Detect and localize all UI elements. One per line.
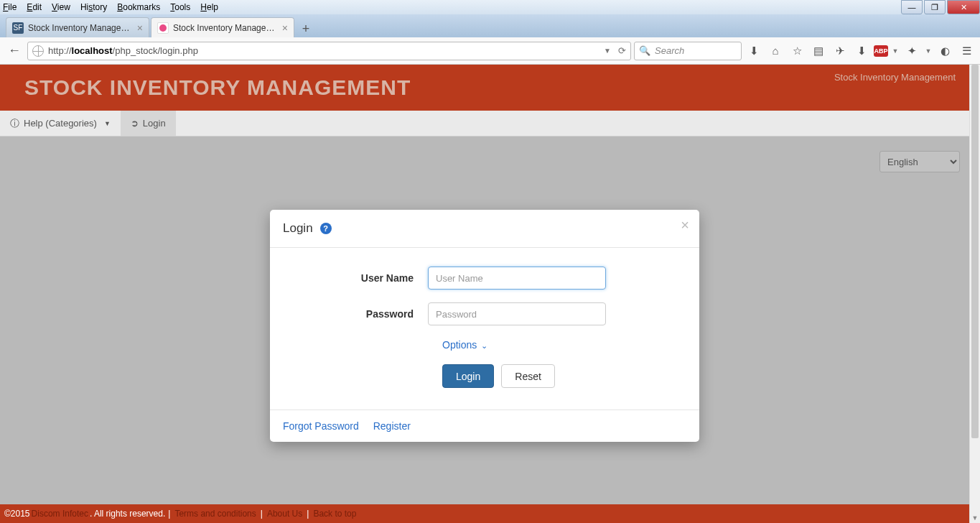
browser-tabstrip: SF Stock Inventory Managem... × Stock In… <box>0 14 980 37</box>
url-text: http://localhost/php_stock/login.php <box>48 45 601 56</box>
browser-tab[interactable]: SF Stock Inventory Managem... × <box>6 17 149 37</box>
window-controls: — ❐ ✕ <box>900 0 980 14</box>
footer-backtotop-link[interactable]: Back to top <box>313 509 356 519</box>
modal-header: Login ? × <box>270 210 699 248</box>
menu-help[interactable]: Help <box>200 2 218 12</box>
scroll-down-icon[interactable]: ▼ <box>970 512 980 523</box>
forgot-password-link[interactable]: Forgot Password <box>283 420 359 432</box>
footer-terms-link[interactable]: Terms and conditions <box>174 509 256 519</box>
modal-title: Login <box>283 221 313 236</box>
reset-button[interactable]: Reset <box>501 364 555 388</box>
nav-label: Help (Categories) <box>24 118 97 129</box>
scroll-thumb[interactable] <box>971 65 979 438</box>
globe-icon <box>32 45 44 57</box>
minimize-button[interactable]: — <box>901 0 923 14</box>
help-icon[interactable]: ? <box>320 223 332 234</box>
page-footer: ©2015 Discom Infotec . All rights reserv… <box>0 504 980 523</box>
menu-history[interactable]: History <box>80 2 107 12</box>
browser-toolbar: ← http://localhost/php_stock/login.php ▼… <box>0 37 980 65</box>
maximize-button[interactable]: ❐ <box>924 0 946 14</box>
search-placeholder: Search <box>655 45 684 56</box>
site-nav: ⓘ Help (Categories) ▼ ➲ Login <box>0 111 980 136</box>
url-bar[interactable]: http://localhost/php_stock/login.php ▼ ⟳ <box>27 42 631 60</box>
options-toggle[interactable]: Options ⌄ <box>442 339 487 351</box>
favicon-icon: SF <box>12 22 24 34</box>
close-window-button[interactable]: ✕ <box>947 0 980 14</box>
menu-file[interactable]: File <box>3 2 17 12</box>
downloads-icon[interactable]: ⬇ <box>745 42 763 60</box>
bookmark-star-icon[interactable]: ☆ <box>788 42 806 60</box>
login-modal: Login ? × User Name Password Options ⌄ <box>270 210 699 442</box>
favicon-icon <box>157 22 169 34</box>
button-row: Login Reset <box>442 364 671 388</box>
search-bar[interactable]: 🔍 Search <box>634 42 742 60</box>
menu-tools[interactable]: Tools <box>170 2 190 12</box>
login-button[interactable]: Login <box>442 364 494 388</box>
abp-icon[interactable]: ABP <box>874 45 888 57</box>
password-input[interactable] <box>428 302 606 325</box>
scrollbar[interactable]: ▲ ▼ <box>969 65 980 523</box>
username-input[interactable] <box>428 267 606 290</box>
menu-bookmarks[interactable]: Bookmarks <box>117 2 160 12</box>
tab-label: Stock Inventory Managem... <box>173 23 278 33</box>
login-arrow-icon: ➲ <box>131 118 139 129</box>
download-box-icon[interactable]: ⬇ <box>852 42 871 60</box>
content-area: English Login ? × User Name Password <box>0 136 980 523</box>
url-dropdown-icon[interactable]: ▼ <box>604 47 611 55</box>
footer-copyright: ©2015 <box>4 509 30 519</box>
reading-list-icon[interactable]: ▤ <box>809 42 828 60</box>
options-row: Options ⌄ <box>442 338 671 351</box>
footer-company-link[interactable]: Discom Infotec <box>32 509 88 519</box>
search-icon: 🔍 <box>639 45 650 56</box>
browser-menubar: File Edit View History Bookmarks Tools H… <box>0 0 980 14</box>
hamburger-menu-icon[interactable]: ☰ <box>957 42 976 60</box>
chevron-down-icon: ⌄ <box>481 341 487 350</box>
modal-footer: Forgot Password Register <box>270 409 699 442</box>
reload-icon[interactable]: ⟳ <box>618 45 626 56</box>
nav-login[interactable]: ➲ Login <box>121 111 176 136</box>
password-row: Password <box>299 302 671 325</box>
tab-close-icon[interactable]: × <box>282 22 288 34</box>
password-label: Password <box>299 308 428 320</box>
footer-about-link[interactable]: About Us <box>267 509 302 519</box>
browser-tab-active[interactable]: Stock Inventory Managem... × <box>151 17 294 37</box>
site-header: STOCK INVENTORY MANAGEMENT Stock Invento… <box>0 65 980 111</box>
tab-close-icon[interactable]: × <box>137 22 143 34</box>
menu-view[interactable]: View <box>52 2 70 12</box>
site-subtitle: Stock Inventory Management <box>834 72 956 83</box>
username-label: User Name <box>299 272 428 284</box>
menu-edit[interactable]: Edit <box>27 2 42 12</box>
addon-dropdown-icon[interactable]: ▼ <box>924 42 933 60</box>
page-content: STOCK INVENTORY MANAGEMENT Stock Invento… <box>0 65 980 523</box>
modal-body: User Name Password Options ⌄ Login Reset <box>270 248 699 409</box>
addon-icon[interactable]: ✦ <box>902 42 921 60</box>
tab-label: Stock Inventory Managem... <box>28 23 133 33</box>
nav-help-categories[interactable]: ⓘ Help (Categories) ▼ <box>0 111 121 136</box>
send-icon[interactable]: ✈ <box>831 42 849 60</box>
back-button[interactable]: ← <box>4 41 24 61</box>
caret-down-icon: ▼ <box>104 120 111 127</box>
new-tab-button[interactable]: + <box>296 20 316 37</box>
info-icon: ⓘ <box>10 117 19 130</box>
register-link[interactable]: Register <box>373 420 411 432</box>
sync-icon[interactable]: ◐ <box>935 42 954 60</box>
modal-close-icon[interactable]: × <box>681 217 689 233</box>
username-row: User Name <box>299 267 671 290</box>
site-title: STOCK INVENTORY MANAGEMENT <box>24 75 411 100</box>
home-icon[interactable]: ⌂ <box>766 42 785 60</box>
abp-dropdown-icon[interactable]: ▼ <box>891 42 900 60</box>
nav-label: Login <box>143 118 166 129</box>
footer-rights: . All rights reserved. <box>90 509 165 519</box>
